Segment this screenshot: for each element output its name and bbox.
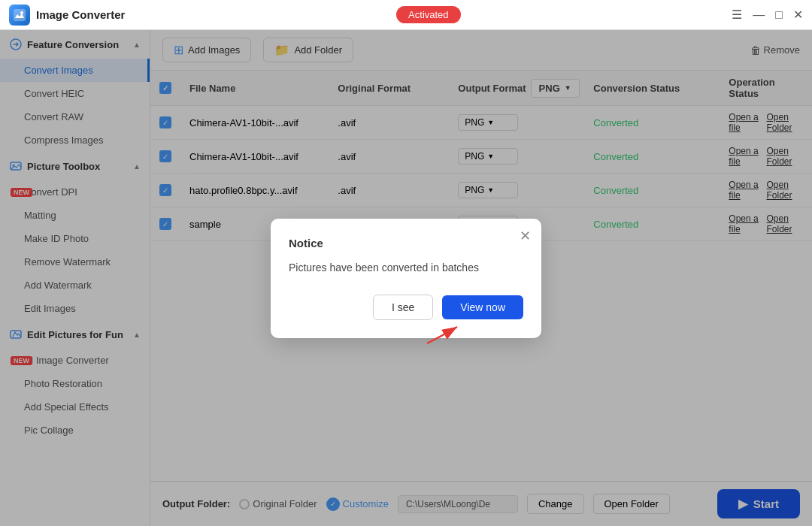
app-logo: Image Converter [9, 5, 125, 26]
view-now-button[interactable]: View now [442, 295, 523, 319]
minimize-button[interactable]: — [753, 8, 765, 22]
notice-dialog: Notice ✕ Pictures have been converted in… [271, 219, 541, 338]
maximize-button[interactable]: □ [775, 8, 783, 22]
dialog-message: Pictures have been converted in batches [289, 261, 523, 274]
activated-badge: Activated [396, 6, 460, 23]
arrow-indicator [420, 321, 465, 348]
dialog-close-button[interactable]: ✕ [520, 228, 531, 244]
svg-rect-0 [14, 9, 26, 21]
i-see-button[interactable]: I see [373, 295, 433, 320]
menu-icon[interactable]: ☰ [732, 8, 742, 22]
window-controls: ☰ — □ ✕ [732, 8, 803, 22]
app-logo-icon [9, 5, 30, 26]
close-button[interactable]: ✕ [793, 8, 803, 22]
app-title: Image Converter [36, 8, 125, 21]
dialog-buttons: I see View now [289, 295, 523, 320]
title-bar: Image Converter Activated ☰ — □ ✕ [0, 0, 812, 30]
svg-point-1 [20, 11, 23, 14]
dialog-title: Notice [289, 237, 523, 249]
dialog-overlay: Notice ✕ Pictures have been converted in… [0, 30, 812, 526]
